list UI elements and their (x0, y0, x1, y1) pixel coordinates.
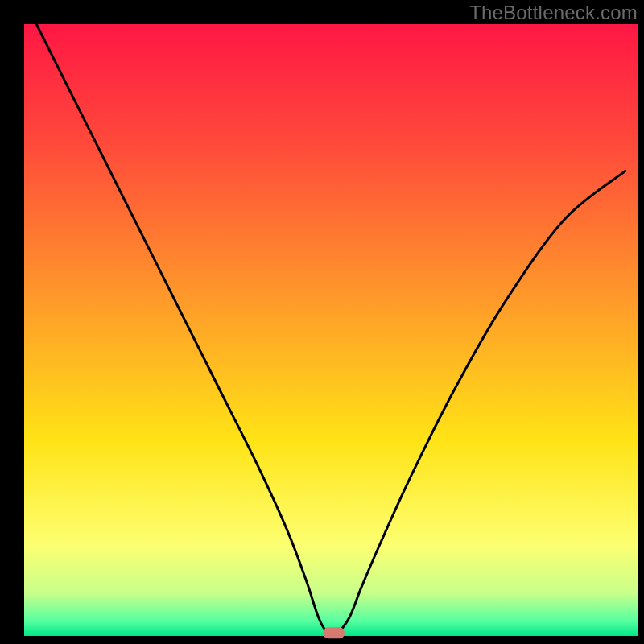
plot-background (24, 24, 638, 636)
watermark-text: TheBottleneck.com (469, 2, 638, 24)
optimum-marker (324, 627, 345, 638)
bottleneck-chart (0, 0, 644, 644)
chart-frame: TheBottleneck.com (0, 0, 644, 644)
